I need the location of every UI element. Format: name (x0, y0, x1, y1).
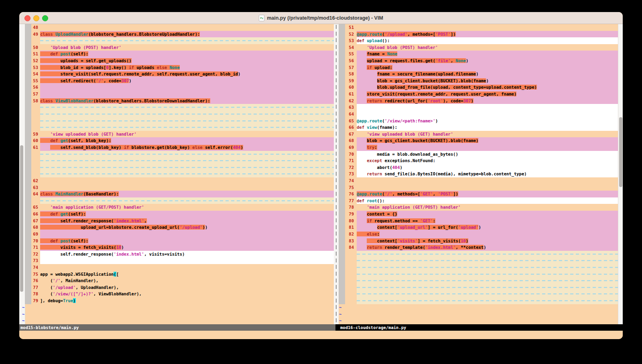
code-text[interactable]: ('/view/([^/]+)?', ViewBlobHandler), (40, 291, 334, 297)
code-text[interactable] (357, 104, 618, 111)
code-text[interactable]: fname = None (357, 51, 618, 57)
code-text[interactable] (40, 24, 334, 31)
code-text[interactable]: upload_url=blobstore.create_upload_url('… (40, 224, 334, 231)
code-text[interactable]: def get(self): (40, 211, 334, 218)
code-text[interactable] (357, 177, 618, 184)
diff-filler-line[interactable] (357, 291, 618, 297)
code-text[interactable]: def root(): (357, 197, 618, 204)
code-text[interactable]: @app.route('/', methods=['GET', 'POST']) (357, 191, 618, 197)
diff-filler-line[interactable] (40, 118, 334, 124)
code-text[interactable]: context = {} (357, 211, 618, 218)
code-text[interactable] (40, 257, 334, 264)
code-text[interactable] (357, 24, 618, 31)
code-text[interactable]: def post(self): (40, 238, 334, 244)
code-text[interactable]: context['visits'] = fetch_visits(10) (357, 238, 618, 244)
left-scrollbar-rail[interactable] (25, 24, 31, 304)
code-text[interactable]: app = webapp2.WSGIApplication([ (40, 271, 334, 278)
right-scrollbar-thumb[interactable] (619, 117, 622, 187)
code-text[interactable]: upload = request.files.get('file', None) (357, 57, 618, 64)
diff-filler-line[interactable] (357, 271, 618, 278)
code-text[interactable]: ('/upload', UploadHandler), (40, 284, 334, 291)
code-text[interactable]: self.send_blob(blob_key) if blobstore.ge… (40, 144, 334, 151)
code-text[interactable] (40, 184, 334, 191)
code-text[interactable] (40, 84, 334, 91)
diff-filler-line[interactable] (40, 164, 334, 171)
code-text[interactable] (40, 91, 334, 98)
code-text[interactable] (40, 231, 334, 238)
code-segment: upload = request.files.get( (367, 58, 435, 63)
diff-filler-line[interactable] (357, 251, 618, 258)
code-text[interactable]: blob = gcs_client.bucket(BUCKET).blob(fn… (357, 77, 618, 84)
code-text[interactable]: if upload: (357, 64, 618, 71)
code-text[interactable] (40, 264, 334, 271)
window-split-separator[interactable] (334, 24, 339, 324)
code-text[interactable]: return render_template('index.html', **c… (357, 244, 618, 251)
code-text[interactable]: except exceptions.NotFound: (357, 157, 618, 164)
code-text[interactable]: ('/', MainHandler), (40, 277, 334, 284)
code-text[interactable]: media = blob.download_as_bytes() (357, 151, 618, 158)
diff-filler-line[interactable] (357, 257, 618, 264)
code-text[interactable]: 'view uploaded blob (GET) handler' (357, 131, 618, 138)
code-text[interactable]: class ViewBlobHandler(blobstore_handlers… (40, 98, 334, 104)
code-text[interactable]: ], debug=True) (40, 297, 334, 304)
code-text[interactable]: 'main application (GET/POST) handler' (357, 204, 618, 211)
line-number: 64 (345, 111, 357, 118)
code-text[interactable]: try: (357, 144, 618, 151)
code-text[interactable]: def view(fname): (357, 124, 618, 131)
code-text[interactable]: def post(self): (40, 51, 334, 57)
code-text[interactable] (357, 184, 618, 191)
code-text[interactable]: self.render_response('index.html', (40, 218, 334, 224)
code-text[interactable]: def upload(): (357, 37, 618, 44)
code-text[interactable]: blob_id = uploads[0].key() if uploads el… (40, 64, 334, 71)
diff-filler-line[interactable] (40, 104, 334, 111)
diff-filler-line[interactable] (40, 151, 334, 158)
code-text[interactable]: 'Upload blob (POST) handler' (40, 44, 334, 51)
left-code-pane[interactable]: 4849class UploadHandler(blobstore_handle… (31, 24, 334, 304)
diff-filler-line[interactable] (40, 171, 334, 177)
code-text[interactable]: fname = secure_filename(upload.filename) (357, 71, 618, 77)
code-text[interactable]: @app.route('/upload', methods=['POST']) (357, 31, 618, 38)
code-text[interactable]: 'Upload blob (POST) handler' (357, 44, 618, 51)
code-text[interactable]: uploads = self.get_uploads() (40, 57, 334, 64)
code-text[interactable]: def get(self, blob_key): (40, 137, 334, 144)
code-text[interactable] (40, 177, 334, 184)
right-scrollbar-rail[interactable] (339, 24, 345, 304)
close-button[interactable] (24, 15, 30, 21)
diff-filler-line[interactable] (40, 157, 334, 164)
code-text[interactable]: if request.method == 'GET': (357, 218, 618, 224)
zoom-button[interactable] (42, 15, 48, 21)
code-text[interactable]: class UploadHandler(blobstore_handlers.B… (40, 31, 334, 38)
code-text[interactable]: blob = gcs_client.bucket(BUCKET).blob(fn… (357, 137, 618, 144)
diff-filler-line[interactable] (357, 264, 618, 271)
code-text[interactable]: else: (357, 231, 618, 238)
code-text[interactable]: @app.route('/view/<path:fname>') (357, 118, 618, 124)
minimize-button[interactable] (33, 15, 39, 21)
diff-filler-line[interactable] (357, 284, 618, 291)
code-text[interactable]: self.redirect('/', code=307) (40, 77, 334, 84)
code-text[interactable]: context['upload_url'] = url_for('upload'… (357, 224, 618, 231)
diff-filler-line[interactable] (40, 197, 334, 204)
left-scrollbar-thumb[interactable] (20, 145, 23, 292)
diff-filler-line[interactable] (40, 111, 334, 118)
title-bar[interactable]: Py main.py (/private/tmp/mod16-cloudstor… (19, 12, 623, 24)
code-text[interactable]: abort(404) (357, 164, 618, 171)
diff-filler-line[interactable] (40, 124, 334, 131)
code-text[interactable]: class MainHandler(BaseHandler): (40, 191, 334, 197)
code-text[interactable]: 'main application (GET/POST) handler' (40, 204, 334, 211)
diff-filler-line[interactable] (357, 297, 618, 304)
command-line[interactable] (19, 331, 623, 339)
diff-filler-line[interactable] (40, 37, 334, 44)
code-text[interactable]: store_visit(self.request.remote_addr, se… (40, 71, 334, 77)
code-text[interactable]: return redirect(url_for('root'), code=30… (357, 98, 618, 104)
code-text[interactable]: store_visit(request.remote_addr, request… (357, 91, 618, 98)
code-text[interactable]: return send_file(io.BytesIO(media), mime… (357, 171, 618, 177)
diff-filler-line[interactable] (357, 277, 618, 284)
right-code-pane[interactable]: 5152@app.route('/upload', methods=['POST… (345, 24, 618, 304)
code-text[interactable]: blob.upload_from_file(upload, content_ty… (357, 84, 618, 91)
code-text[interactable]: self.render_response('index.html', visit… (40, 251, 334, 258)
code-segment: self.error( (203, 145, 233, 150)
line-number (345, 257, 357, 264)
code-text[interactable]: 'view uploaded blob (GET) handler' (40, 131, 334, 138)
code-text[interactable]: visits = fetch_visits(10) (40, 244, 334, 251)
code-text[interactable] (357, 111, 618, 118)
